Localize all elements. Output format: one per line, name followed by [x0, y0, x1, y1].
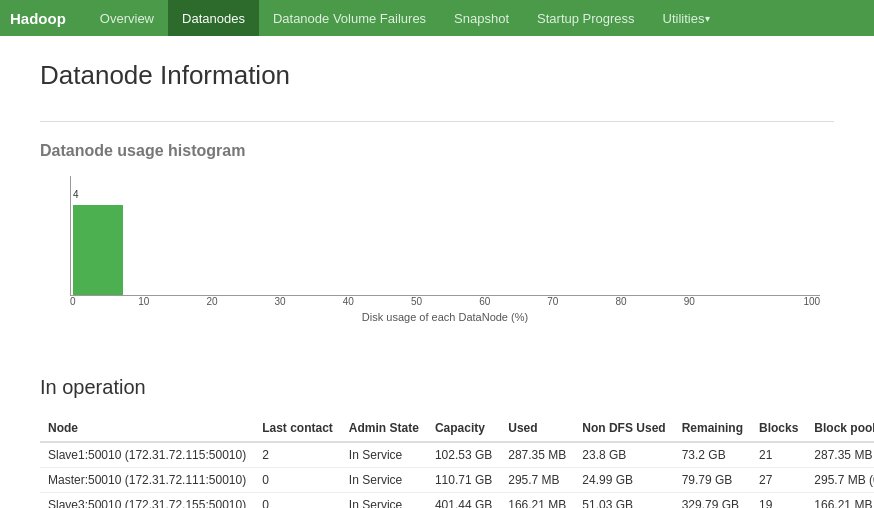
table-cell-row0-col5: 23.8 GB	[574, 442, 673, 468]
table-cell-row2-col0: Slave3:50010 (172.31.72.155:50010)	[40, 493, 254, 509]
in-operation-title: In operation	[40, 376, 834, 399]
x-axis-labels: 0 10 20 30 40 50 60 70 80 90 100	[70, 296, 820, 307]
divider	[40, 121, 834, 122]
col-used: Used	[500, 415, 574, 442]
nav-menu: Overview Datanodes Datanode Volume Failu…	[86, 0, 724, 36]
table-cell-row0-col4: 287.35 MB	[500, 442, 574, 468]
col-non-dfs-used: Non DFS Used	[574, 415, 673, 442]
in-operation-section: In operation Node Last contact Admin Sta…	[40, 376, 834, 508]
table-cell-row0-col0: Slave1:50010 (172.31.72.115:50010)	[40, 442, 254, 468]
nav-item-utilities[interactable]: Utilities	[649, 0, 724, 36]
table-cell-row2-col4: 166.21 MB	[500, 493, 574, 509]
table-cell-row2-col8: 166.21 MB (0.04%)	[806, 493, 874, 509]
col-remaining: Remaining	[674, 415, 751, 442]
table-header-row: Node Last contact Admin State Capacity U…	[40, 415, 874, 442]
table-cell-row0-col7: 21	[751, 442, 806, 468]
table-cell-row2-col2: In Service	[341, 493, 427, 509]
x-label-20: 20	[206, 296, 274, 307]
table-cell-row0-col2: In Service	[341, 442, 427, 468]
nav-item-overview[interactable]: Overview	[86, 0, 168, 36]
nav-item-snapshot[interactable]: Snapshot	[440, 0, 523, 36]
table-cell-row2-col7: 19	[751, 493, 806, 509]
x-label-50: 50	[411, 296, 479, 307]
table-cell-row0-col6: 73.2 GB	[674, 442, 751, 468]
x-axis-title: Disk usage of each DataNode (%)	[70, 311, 820, 323]
col-block-pool-used: Block pool used	[806, 415, 874, 442]
table-cell-row1-col2: In Service	[341, 468, 427, 493]
bar-value-label: 4	[73, 189, 79, 200]
table-cell-row1-col4: 295.7 MB	[500, 468, 574, 493]
table-cell-row0-col8: 287.35 MB (0.27%)	[806, 442, 874, 468]
chart-area: 4	[70, 176, 820, 296]
table-cell-row1-col1: 0	[254, 468, 341, 493]
histogram-title: Datanode usage histogram	[40, 142, 834, 160]
table-cell-row0-col3: 102.53 GB	[427, 442, 500, 468]
col-last-contact: Last contact	[254, 415, 341, 442]
table-cell-row1-col0: Master:50010 (172.31.72.111:50010)	[40, 468, 254, 493]
table-cell-row0-col1: 2	[254, 442, 341, 468]
table-cell-row2-col5: 51.03 GB	[574, 493, 673, 509]
x-label-0: 0	[70, 296, 138, 307]
x-label-40: 40	[343, 296, 411, 307]
x-label-60: 60	[479, 296, 547, 307]
nav-item-datanode-volume-failures[interactable]: Datanode Volume Failures	[259, 0, 440, 36]
table-row: Slave1:50010 (172.31.72.115:50010)2In Se…	[40, 442, 874, 468]
table-cell-row2-col6: 329.79 GB	[674, 493, 751, 509]
table-cell-row1-col7: 27	[751, 468, 806, 493]
table-row: Master:50010 (172.31.72.111:50010)0In Se…	[40, 468, 874, 493]
table-cell-row1-col6: 79.79 GB	[674, 468, 751, 493]
table-cell-row2-col3: 401.44 GB	[427, 493, 500, 509]
col-capacity: Capacity	[427, 415, 500, 442]
chart-bar: 4	[73, 205, 123, 295]
histogram-chart: 4 0 10 20 30 40 50 60 70 80 90 100 Disk …	[40, 176, 820, 336]
table-cell-row1-col3: 110.71 GB	[427, 468, 500, 493]
table-cell-row1-col5: 24.99 GB	[574, 468, 673, 493]
x-label-70: 70	[547, 296, 615, 307]
x-label-10: 10	[138, 296, 206, 307]
table-cell-row1-col8: 295.7 MB (0.26%)	[806, 468, 874, 493]
x-label-80: 80	[616, 296, 684, 307]
table-head: Node Last contact Admin State Capacity U…	[40, 415, 874, 442]
nav-item-datanodes[interactable]: Datanodes	[168, 0, 259, 36]
col-admin-state: Admin State	[341, 415, 427, 442]
page-content: Datanode Information Datanode usage hist…	[0, 36, 874, 508]
table-cell-row2-col1: 0	[254, 493, 341, 509]
nav-item-startup-progress[interactable]: Startup Progress	[523, 0, 649, 36]
datanode-table: Node Last contact Admin State Capacity U…	[40, 415, 874, 508]
navbar: Hadoop Overview Datanodes Datanode Volum…	[0, 0, 874, 36]
x-label-90: 90	[684, 296, 752, 307]
x-label-100: 100	[752, 296, 820, 307]
col-node: Node	[40, 415, 254, 442]
histogram-section: Datanode usage histogram 4 0 10 20 30 40…	[40, 142, 834, 336]
table-row: Slave3:50010 (172.31.72.155:50010)0In Se…	[40, 493, 874, 509]
table-body: Slave1:50010 (172.31.72.115:50010)2In Se…	[40, 442, 874, 508]
col-blocks: Blocks	[751, 415, 806, 442]
x-label-30: 30	[275, 296, 343, 307]
page-title: Datanode Information	[40, 60, 834, 91]
brand: Hadoop	[10, 10, 66, 27]
